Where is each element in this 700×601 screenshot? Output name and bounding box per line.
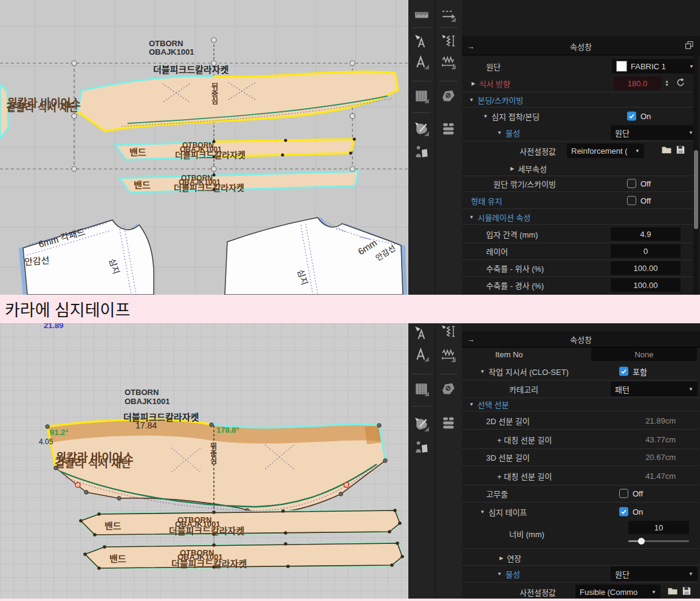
skive-checkbox[interactable] <box>627 179 636 188</box>
panel-collapse-arrow-icon[interactable]: → <box>467 42 475 51</box>
caret-down-icon[interactable]: ▼ <box>469 215 474 220</box>
pleats-icon[interactable] <box>411 86 432 106</box>
fabric-dropdown[interactable]: FABRIC 1 ▼ <box>612 59 698 74</box>
quilting-icon[interactable] <box>438 118 459 139</box>
edit-annotation-icon[interactable] <box>411 31 432 52</box>
shrink-weft-input[interactable]: 100.00 <box>611 261 681 275</box>
row-shrink-warp: 수축률 - 경사 (%) 100.00 <box>462 276 699 294</box>
pattern-view-top[interactable]: OTBORN OBAJK1001 더블피크드칼라자켓 윗칼라 바이어스 겉칼라 … <box>0 0 408 295</box>
flatten-patch-icon[interactable] <box>438 86 459 106</box>
caret-down-icon[interactable]: ▼ <box>497 130 502 136</box>
row-grain-direction: ▶식서 방향 180.0 ▲▼ <box>462 75 699 92</box>
edit-elastic-icon[interactable] <box>438 321 459 342</box>
open-preset-folder-icon[interactable] <box>667 586 678 597</box>
dashed-extend-icon[interactable] <box>438 4 459 25</box>
center-back-label: 뒤중심 <box>208 442 218 479</box>
tape-checkbox[interactable] <box>619 507 628 517</box>
caret-down-icon[interactable]: ▼ <box>497 571 502 577</box>
trace-pen-icon[interactable] <box>411 118 432 139</box>
piece-annotation-brand: OTBORN <box>149 39 183 48</box>
skive-label: 원단 깎기/스카이빙 <box>493 178 556 190</box>
avatar-pattern-icon[interactable] <box>411 142 432 162</box>
curve-point-marker[interactable] <box>344 483 349 487</box>
grain-spinner[interactable]: ▲▼ <box>665 80 669 87</box>
caret-down-icon[interactable]: ▼ <box>469 97 474 103</box>
row-particle-distance: 입자 간격 (mm) 4.9 <box>462 225 699 243</box>
panel-scrollbar-top[interactable] <box>693 38 699 295</box>
tape-width-input[interactable]: 10 <box>628 521 689 534</box>
panel-collapse-arrow-icon[interactable]: → <box>467 335 475 344</box>
caret-down-icon[interactable]: ▼ <box>469 402 474 407</box>
fuse-checkbox[interactable] <box>627 112 636 121</box>
caret-down-icon[interactable]: ▼ <box>480 509 485 515</box>
row-simulation-section[interactable]: ▼시뮬레이션 속성 <box>462 210 699 225</box>
slider-knob[interactable] <box>638 538 645 544</box>
pattern-annotation-icon[interactable] <box>411 344 432 365</box>
len2d-value: 21.89cm <box>583 416 676 425</box>
body-left-lining-label: 안감선 <box>24 253 50 268</box>
preset-value: Reinforcement ( <box>571 146 627 156</box>
preset-dropdown[interactable]: Fusible (Commo ▼ <box>575 585 661 599</box>
open-preset-folder-icon[interactable] <box>661 145 672 156</box>
elastic-checkbox[interactable] <box>619 489 628 498</box>
len3d-value: 20.67cm <box>583 453 676 462</box>
material-value: 원단 <box>615 127 630 139</box>
caret-right-icon[interactable]: ▶ <box>472 81 475 86</box>
particle-input[interactable]: 4.9 <box>611 227 681 241</box>
angle-left-annotation: 91.2° <box>50 428 69 437</box>
caret-right-icon[interactable]: ▶ <box>510 166 514 171</box>
category-label: 카테고리 <box>509 383 538 395</box>
preset-dropdown[interactable]: Reinforcement ( ▼ <box>567 143 644 158</box>
retain-checkbox[interactable] <box>627 196 636 205</box>
tape-state: On <box>633 507 643 517</box>
particle-label: 입자 간격 (mm) <box>486 228 538 240</box>
material-label: 물성 <box>506 127 520 139</box>
avatar-pattern-icon[interactable] <box>411 437 432 458</box>
item-no-input[interactable]: None <box>591 348 697 361</box>
material-dropdown[interactable]: 원단 ▼ <box>611 125 698 140</box>
save-preset-icon[interactable] <box>676 145 685 157</box>
quilting-icon[interactable] <box>438 413 459 433</box>
pattern-piece-collar-top[interactable] <box>78 72 398 131</box>
shirring-icon[interactable] <box>438 345 459 365</box>
row-shape-retain: 형태 유지 Off <box>462 193 699 209</box>
worksheet-checkbox[interactable] <box>619 367 628 376</box>
float-window-icon[interactable] <box>685 41 694 52</box>
row-extend[interactable]: ▶연장 <box>462 551 699 566</box>
piece-annotation-item: OBAJK1001 <box>149 47 194 57</box>
caret-down-icon[interactable]: ▼ <box>480 369 485 374</box>
preset-label: 사전설정값 <box>520 586 556 598</box>
shrink-warp-input[interactable]: 100.00 <box>611 278 681 292</box>
pattern-view-bottom[interactable]: 21.89 OTBORN OBAJK1001 더블피크드칼라자켓 17.84 9… <box>0 323 408 599</box>
fuse-label: 심지 접착/본딩 <box>492 111 540 122</box>
spin-down-icon[interactable]: ▼ <box>665 83 669 87</box>
row-bonding-section[interactable]: ▼본딩/스카이빙 <box>462 92 699 108</box>
pleats-icon[interactable] <box>411 379 432 399</box>
tape-width-slider[interactable] <box>628 540 689 542</box>
panel-top-divider <box>462 36 700 37</box>
scrollbar-thumb[interactable] <box>694 150 698 229</box>
shirring-icon[interactable] <box>438 52 459 72</box>
fuse-state: On <box>640 112 651 121</box>
flatten-patch-icon[interactable] <box>438 379 459 399</box>
caret-down-icon: ▼ <box>688 130 693 136</box>
row-preset-bottom: 사전설정값 Fusible (Commo ▼ <box>462 583 699 600</box>
row-detail-properties[interactable]: ▶세부속성 <box>462 161 699 176</box>
row-segment-section[interactable]: ▼선택 선분 <box>462 397 699 411</box>
grain-input[interactable]: 180.0 <box>614 77 661 90</box>
save-preset-icon[interactable] <box>682 586 691 598</box>
sym2d-value: 43.77cm <box>583 435 676 444</box>
measure-tape-icon[interactable] <box>411 4 432 25</box>
layer-label: 레이어 <box>486 246 508 257</box>
category-dropdown[interactable]: 패턴 ▼ <box>611 382 698 396</box>
pattern-annotation-icon[interactable] <box>411 52 432 72</box>
caret-right-icon[interactable]: ▶ <box>499 555 503 561</box>
edit-annotation-icon[interactable] <box>411 323 432 343</box>
reset-rotation-icon[interactable] <box>676 78 685 89</box>
trace-pen-icon[interactable] <box>411 414 432 434</box>
material-dropdown[interactable]: 원단 ▼ <box>611 566 698 581</box>
curve-point-marker[interactable] <box>75 483 80 487</box>
layer-input[interactable]: 0 <box>611 244 681 258</box>
edit-elastic-icon[interactable] <box>438 31 459 52</box>
caret-down-icon[interactable]: ▼ <box>483 114 488 119</box>
